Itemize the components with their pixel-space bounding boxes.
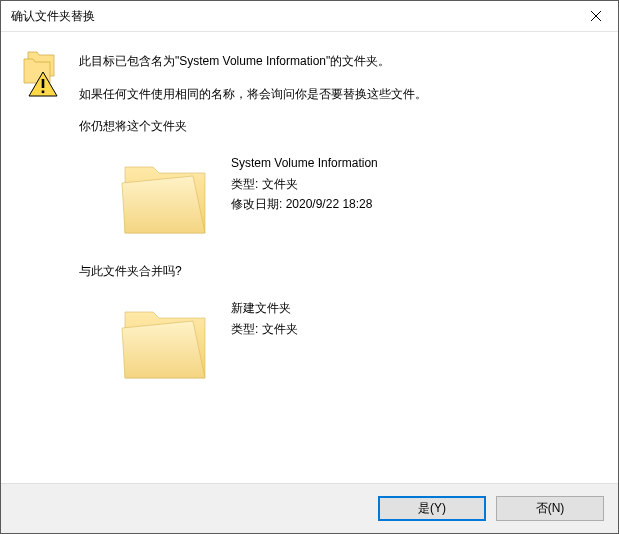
header-row: 此目标已包含名为"System Volume Information"的文件夹。… — [21, 50, 598, 104]
folder-icon — [119, 153, 211, 245]
close-button[interactable] — [573, 1, 618, 31]
no-button[interactable]: 否(N) — [496, 496, 604, 521]
svg-rect-2 — [42, 79, 45, 88]
folder-icon — [119, 298, 211, 390]
source-folder-details: System Volume Information 类型: 文件夹 修改日期: … — [231, 153, 378, 214]
source-folder-block: System Volume Information 类型: 文件夹 修改日期: … — [119, 153, 598, 245]
titlebar: 确认文件夹替换 — [1, 1, 618, 32]
yes-button[interactable]: 是(Y) — [378, 496, 486, 521]
header-text: 此目标已包含名为"System Volume Information"的文件夹。… — [79, 50, 427, 104]
message-line2: 如果任何文件使用相同的名称，将会询问你是否要替换这些文件。 — [79, 85, 427, 104]
warning-folders-icon — [21, 50, 61, 98]
close-icon — [591, 11, 601, 21]
svg-rect-3 — [42, 91, 45, 94]
source-prompt: 你仍想将这个文件夹 — [79, 118, 598, 135]
dialog-content: 此目标已包含名为"System Volume Information"的文件夹。… — [1, 32, 618, 483]
destination-folder-details: 新建文件夹 类型: 文件夹 — [231, 298, 298, 339]
source-folder-modified: 修改日期: 2020/9/22 18:28 — [231, 194, 378, 214]
dialog-window: 确认文件夹替换 — [0, 0, 619, 534]
destination-folder-name: 新建文件夹 — [231, 298, 298, 318]
message-line1: 此目标已包含名为"System Volume Information"的文件夹。 — [79, 52, 427, 71]
source-folder-name: System Volume Information — [231, 153, 378, 173]
source-folder-type: 类型: 文件夹 — [231, 174, 378, 194]
destination-folder-type: 类型: 文件夹 — [231, 319, 298, 339]
button-bar: 是(Y) 否(N) — [1, 483, 618, 533]
destination-prompt: 与此文件夹合并吗? — [79, 263, 598, 280]
window-title: 确认文件夹替换 — [1, 8, 95, 25]
destination-folder-block: 新建文件夹 类型: 文件夹 — [119, 298, 598, 390]
